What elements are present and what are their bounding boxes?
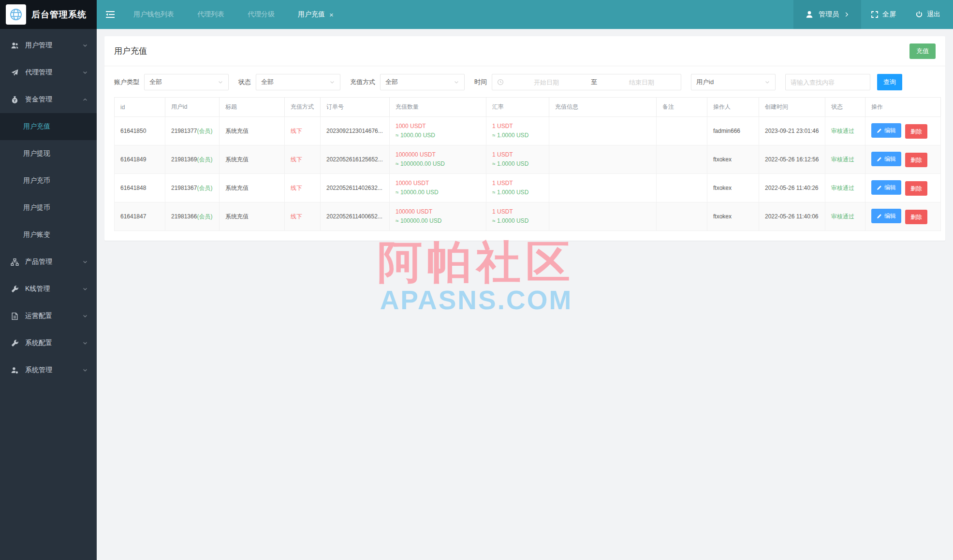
- date-range-picker[interactable]: 至: [492, 74, 681, 90]
- col-info: 充值信息: [549, 98, 657, 117]
- power-icon: [915, 11, 923, 18]
- sidebar-subitem-label: 用户充币: [23, 176, 50, 185]
- watermark-line1: 阿帕社区: [355, 240, 597, 284]
- tab-user-recharge[interactable]: 用户充值 ×: [298, 10, 334, 19]
- cell-id: 61641849: [115, 145, 165, 174]
- cell-rate: 1 USDT ≈ 1.0000 USD: [486, 174, 549, 202]
- account-type-select[interactable]: 全部: [144, 74, 229, 90]
- sidebar-item-agent-management[interactable]: 代理管理: [0, 59, 97, 86]
- sidebar-subitem-label: 用户提现: [23, 149, 50, 158]
- user-recharge-card: 用户充值 充值 账户类型 全部 状态 全部: [104, 36, 945, 241]
- member-tag: (会员): [197, 213, 212, 220]
- status-select[interactable]: 全部: [256, 74, 340, 90]
- sidebar-item-kline-management[interactable]: K线管理: [0, 275, 97, 302]
- user-id: 21981366: [171, 213, 197, 220]
- search-input[interactable]: [785, 74, 870, 90]
- col-created: 创建时间: [759, 98, 825, 117]
- sidebar-item-label: 系统配置: [25, 339, 52, 347]
- chevron-down-icon: [329, 79, 335, 85]
- search-field-select[interactable]: 用户id: [691, 74, 776, 90]
- sidebar-subitem-user-withdraw[interactable]: 用户提现: [0, 140, 97, 167]
- fullscreen-icon: [871, 11, 879, 18]
- sidebar-item-operation-config[interactable]: 运营配置: [0, 302, 97, 330]
- rate-usdt: 1 USDT: [492, 150, 543, 159]
- cell-title: 系统充值: [220, 117, 285, 145]
- col-amount: 充值数量: [390, 98, 486, 117]
- cell-remark: [657, 117, 707, 145]
- chevron-down-icon: [764, 79, 770, 85]
- cell-operator: ftxokex: [707, 145, 759, 174]
- send-icon: [11, 69, 19, 77]
- tab-user-wallet-list[interactable]: 用户钱包列表: [133, 10, 174, 19]
- recharge-button[interactable]: 充值: [909, 43, 936, 59]
- delete-button[interactable]: 删除: [905, 124, 927, 139]
- range-separator: 至: [589, 78, 599, 86]
- sidebar-subitem-user-account-change[interactable]: 用户账变: [0, 221, 97, 248]
- globe-icon: [6, 4, 26, 25]
- amount-usd: ≈ 1000000.00 USD: [396, 159, 480, 169]
- rate-usdt: 1 USDT: [492, 122, 543, 131]
- cell-created: 2022-05-26 16:12:56: [759, 145, 825, 174]
- fullscreen-label: 全屏: [882, 10, 896, 19]
- sidebar-item-funds-management[interactable]: 资金管理: [0, 86, 97, 113]
- logout-button[interactable]: 退出: [906, 10, 953, 19]
- query-button[interactable]: 查询: [877, 74, 902, 90]
- edit-button[interactable]: 编辑: [871, 152, 901, 166]
- edit-button[interactable]: 编辑: [871, 209, 901, 223]
- sidebar-subitem-user-recharge[interactable]: 用户充值: [0, 113, 97, 140]
- sidebar-item-label: 资金管理: [25, 95, 52, 104]
- cell-created: 2022-05-26 11:40:06: [759, 202, 825, 231]
- sidebar-item-label: 系统管理: [25, 366, 52, 374]
- sidebar: 后台管理系统 用户管理: [0, 0, 97, 560]
- edit-button[interactable]: 编辑: [871, 123, 901, 138]
- start-date-input[interactable]: [504, 79, 589, 86]
- delete-button[interactable]: 删除: [905, 210, 927, 224]
- method-select[interactable]: 全部: [380, 74, 465, 90]
- sidebar-item-system-management[interactable]: 系统管理: [0, 357, 97, 384]
- tab-agent-list[interactable]: 代理列表: [197, 10, 224, 19]
- cell-rate: 1 USDT ≈ 1.0000 USD: [486, 117, 549, 145]
- fullscreen-button[interactable]: 全屏: [861, 10, 906, 19]
- end-date-input[interactable]: [599, 79, 684, 86]
- delete-button[interactable]: 删除: [905, 181, 927, 196]
- close-icon[interactable]: ×: [329, 11, 334, 19]
- collapse-menu-icon[interactable]: [97, 10, 123, 19]
- watermark: 阿帕社区 APASNS.COM: [355, 240, 597, 316]
- sidebar-item-system-config[interactable]: 系统配置: [0, 330, 97, 357]
- table-wrapper: id 用户id 标题 充值方式 订单号 充值数量 汇率 充值信息 备注 操作人: [104, 97, 945, 241]
- sidebar-item-label: K线管理: [25, 285, 50, 293]
- cell-order-no: 2023092123014676...: [321, 117, 390, 145]
- sidebar-item-user-management[interactable]: 用户管理: [0, 32, 97, 59]
- cell-operator: ftxokex: [707, 174, 759, 202]
- edit-label: 编辑: [884, 212, 896, 220]
- sidebar-item-product-management[interactable]: 产品管理: [0, 248, 97, 275]
- table-row: 61641849 21981369(会员) 系统充值 线下 2022052616…: [115, 145, 941, 174]
- admin-menu[interactable]: 管理员: [793, 0, 861, 29]
- sidebar-subitem-user-withdraw-coin[interactable]: 用户提币: [0, 194, 97, 221]
- cell-remark: [657, 174, 707, 202]
- delete-button[interactable]: 删除: [905, 153, 927, 167]
- sidebar-subitem-label: 用户充值: [23, 122, 50, 131]
- cell-remark: [657, 145, 707, 174]
- status-badge: 审核通过: [825, 117, 865, 145]
- status-badge: 审核通过: [825, 174, 865, 202]
- document-icon: [11, 312, 19, 320]
- select-value: 全部: [149, 78, 162, 86]
- cell-operator: ftxokex: [707, 202, 759, 231]
- content-area: 用户充值 充值 账户类型 全部 状态 全部: [97, 29, 953, 560]
- cell-method: 线下: [285, 117, 321, 145]
- amount-usdt: 100000 USDT: [396, 207, 480, 216]
- cell-id: 61641847: [115, 202, 165, 231]
- sidebar-subitem-user-deposit-coin[interactable]: 用户充币: [0, 167, 97, 194]
- cell-info: [549, 202, 657, 231]
- sidebar-item-label: 用户管理: [25, 41, 52, 50]
- col-method: 充值方式: [285, 98, 321, 117]
- table-header-row: id 用户id 标题 充值方式 订单号 充值数量 汇率 充值信息 备注 操作人: [115, 98, 941, 117]
- col-title: 标题: [220, 98, 285, 117]
- account-type-label: 账户类型: [114, 78, 139, 86]
- cell-amount: 10000 USDT ≈ 10000.00 USD: [390, 174, 486, 202]
- cell-info: [549, 145, 657, 174]
- tab-agent-grade[interactable]: 代理分级: [248, 10, 275, 19]
- edit-button[interactable]: 编辑: [871, 180, 901, 195]
- cell-info: [549, 117, 657, 145]
